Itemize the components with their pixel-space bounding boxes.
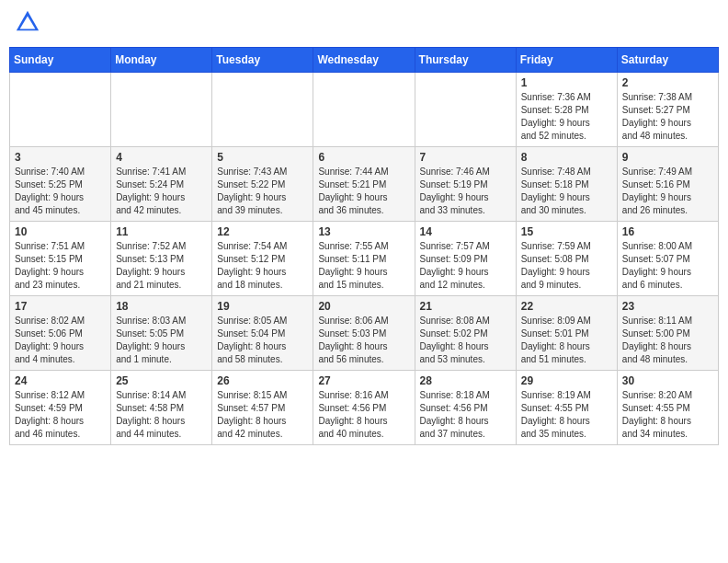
day-info: Sunrise: 8:00 AM Sunset: 5:07 PM Dayligh… xyxy=(622,240,713,292)
day-number: 29 xyxy=(521,374,612,387)
day-number: 6 xyxy=(318,151,409,164)
day-info: Sunrise: 7:54 AM Sunset: 5:12 PM Dayligh… xyxy=(217,240,308,292)
calendar-empty-cell xyxy=(415,72,516,146)
day-info: Sunrise: 7:48 AM Sunset: 5:18 PM Dayligh… xyxy=(521,166,612,217)
day-info: Sunrise: 8:16 AM Sunset: 4:56 PM Dayligh… xyxy=(318,389,409,441)
day-number: 5 xyxy=(217,151,308,164)
day-number: 10 xyxy=(15,225,106,238)
weekday-header-saturday: Saturday xyxy=(617,47,718,72)
calendar-day-7: 7Sunrise: 7:46 AM Sunset: 5:19 PM Daylig… xyxy=(415,146,516,221)
calendar-day-21: 21Sunrise: 8:08 AM Sunset: 5:02 PM Dayli… xyxy=(415,295,516,370)
calendar-week-2: 3Sunrise: 7:40 AM Sunset: 5:25 PM Daylig… xyxy=(10,146,719,221)
day-number: 9 xyxy=(622,151,713,164)
weekday-header-thursday: Thursday xyxy=(415,47,516,72)
calendar-day-5: 5Sunrise: 7:43 AM Sunset: 5:22 PM Daylig… xyxy=(212,146,313,221)
calendar-day-23: 23Sunrise: 8:11 AM Sunset: 5:00 PM Dayli… xyxy=(617,295,718,370)
calendar-day-1: 1Sunrise: 7:36 AM Sunset: 5:28 PM Daylig… xyxy=(516,72,617,146)
day-info: Sunrise: 7:57 AM Sunset: 5:09 PM Dayligh… xyxy=(420,240,511,292)
calendar-day-16: 16Sunrise: 8:00 AM Sunset: 5:07 PM Dayli… xyxy=(617,221,718,295)
calendar-week-4: 17Sunrise: 8:02 AM Sunset: 5:06 PM Dayli… xyxy=(10,295,719,370)
calendar-day-9: 9Sunrise: 7:49 AM Sunset: 5:16 PM Daylig… xyxy=(617,146,718,221)
day-info: Sunrise: 7:36 AM Sunset: 5:28 PM Dayligh… xyxy=(521,91,612,143)
calendar-empty-cell xyxy=(313,72,415,146)
day-number: 3 xyxy=(15,151,106,164)
day-number: 26 xyxy=(217,374,308,387)
day-number: 4 xyxy=(116,151,207,164)
day-number: 12 xyxy=(217,225,308,238)
day-number: 16 xyxy=(622,225,713,238)
day-info: Sunrise: 7:41 AM Sunset: 5:24 PM Dayligh… xyxy=(116,166,207,217)
calendar-day-26: 26Sunrise: 8:15 AM Sunset: 4:57 PM Dayli… xyxy=(212,370,313,444)
calendar-day-12: 12Sunrise: 7:54 AM Sunset: 5:12 PM Dayli… xyxy=(212,221,313,295)
day-info: Sunrise: 8:12 AM Sunset: 4:59 PM Dayligh… xyxy=(15,389,106,441)
calendar-day-24: 24Sunrise: 8:12 AM Sunset: 4:59 PM Dayli… xyxy=(10,370,111,444)
calendar-empty-cell xyxy=(212,72,313,146)
weekday-header-sunday: Sunday xyxy=(10,47,111,72)
calendar-table: SundayMondayTuesdayWednesdayThursdayFrid… xyxy=(9,47,719,445)
day-info: Sunrise: 8:14 AM Sunset: 4:58 PM Dayligh… xyxy=(116,389,207,441)
day-number: 21 xyxy=(420,300,511,313)
day-info: Sunrise: 7:52 AM Sunset: 5:13 PM Dayligh… xyxy=(116,240,207,292)
page-header xyxy=(9,9,719,40)
day-info: Sunrise: 7:40 AM Sunset: 5:25 PM Dayligh… xyxy=(15,166,106,217)
day-number: 1 xyxy=(521,76,612,89)
day-number: 19 xyxy=(217,300,308,313)
weekday-header-friday: Friday xyxy=(516,47,617,72)
day-info: Sunrise: 8:05 AM Sunset: 5:04 PM Dayligh… xyxy=(217,315,308,366)
day-number: 18 xyxy=(116,300,207,313)
calendar-day-17: 17Sunrise: 8:02 AM Sunset: 5:06 PM Dayli… xyxy=(10,295,111,370)
day-number: 30 xyxy=(622,374,713,387)
calendar-week-1: 1Sunrise: 7:36 AM Sunset: 5:28 PM Daylig… xyxy=(10,72,719,146)
day-info: Sunrise: 8:09 AM Sunset: 5:01 PM Dayligh… xyxy=(521,315,612,366)
calendar-body: 1Sunrise: 7:36 AM Sunset: 5:28 PM Daylig… xyxy=(10,72,719,444)
calendar-day-20: 20Sunrise: 8:06 AM Sunset: 5:03 PM Dayli… xyxy=(313,295,415,370)
calendar-day-25: 25Sunrise: 8:14 AM Sunset: 4:58 PM Dayli… xyxy=(111,370,212,444)
day-number: 25 xyxy=(116,374,207,387)
calendar-day-30: 30Sunrise: 8:20 AM Sunset: 4:55 PM Dayli… xyxy=(617,370,718,444)
logo-icon xyxy=(15,9,40,35)
calendar-day-19: 19Sunrise: 8:05 AM Sunset: 5:04 PM Dayli… xyxy=(212,295,313,370)
calendar-day-4: 4Sunrise: 7:41 AM Sunset: 5:24 PM Daylig… xyxy=(111,146,212,221)
calendar-day-8: 8Sunrise: 7:48 AM Sunset: 5:18 PM Daylig… xyxy=(516,146,617,221)
calendar-day-10: 10Sunrise: 7:51 AM Sunset: 5:15 PM Dayli… xyxy=(10,221,111,295)
day-info: Sunrise: 7:59 AM Sunset: 5:08 PM Dayligh… xyxy=(521,240,612,292)
day-number: 22 xyxy=(521,300,612,313)
day-info: Sunrise: 8:08 AM Sunset: 5:02 PM Dayligh… xyxy=(420,315,511,366)
calendar-empty-cell xyxy=(111,72,212,146)
day-number: 23 xyxy=(622,300,713,313)
day-number: 14 xyxy=(420,225,511,238)
calendar-day-28: 28Sunrise: 8:18 AM Sunset: 4:56 PM Dayli… xyxy=(415,370,516,444)
calendar-day-15: 15Sunrise: 7:59 AM Sunset: 5:08 PM Dayli… xyxy=(516,221,617,295)
day-info: Sunrise: 8:18 AM Sunset: 4:56 PM Dayligh… xyxy=(420,389,511,441)
day-info: Sunrise: 7:38 AM Sunset: 5:27 PM Dayligh… xyxy=(622,91,713,143)
day-number: 11 xyxy=(116,225,207,238)
day-info: Sunrise: 8:20 AM Sunset: 4:55 PM Dayligh… xyxy=(622,389,713,441)
calendar-week-5: 24Sunrise: 8:12 AM Sunset: 4:59 PM Dayli… xyxy=(10,370,719,444)
calendar-day-29: 29Sunrise: 8:19 AM Sunset: 4:55 PM Dayli… xyxy=(516,370,617,444)
calendar-day-2: 2Sunrise: 7:38 AM Sunset: 5:27 PM Daylig… xyxy=(617,72,718,146)
day-info: Sunrise: 8:02 AM Sunset: 5:06 PM Dayligh… xyxy=(15,315,106,366)
day-info: Sunrise: 8:19 AM Sunset: 4:55 PM Dayligh… xyxy=(521,389,612,441)
day-number: 27 xyxy=(318,374,409,387)
calendar-day-27: 27Sunrise: 8:16 AM Sunset: 4:56 PM Dayli… xyxy=(313,370,415,444)
day-info: Sunrise: 7:43 AM Sunset: 5:22 PM Dayligh… xyxy=(217,166,308,217)
weekday-header-monday: Monday xyxy=(111,47,212,72)
day-number: 13 xyxy=(318,225,409,238)
weekday-header-wednesday: Wednesday xyxy=(313,47,415,72)
day-info: Sunrise: 7:55 AM Sunset: 5:11 PM Dayligh… xyxy=(318,240,409,292)
day-number: 7 xyxy=(420,151,511,164)
calendar-day-18: 18Sunrise: 8:03 AM Sunset: 5:05 PM Dayli… xyxy=(111,295,212,370)
day-number: 24 xyxy=(15,374,106,387)
calendar-day-14: 14Sunrise: 7:57 AM Sunset: 5:09 PM Dayli… xyxy=(415,221,516,295)
day-info: Sunrise: 7:49 AM Sunset: 5:16 PM Dayligh… xyxy=(622,166,713,217)
day-number: 17 xyxy=(15,300,106,313)
day-info: Sunrise: 8:06 AM Sunset: 5:03 PM Dayligh… xyxy=(318,315,409,366)
calendar-day-3: 3Sunrise: 7:40 AM Sunset: 5:25 PM Daylig… xyxy=(10,146,111,221)
calendar-week-3: 10Sunrise: 7:51 AM Sunset: 5:15 PM Dayli… xyxy=(10,221,719,295)
logo xyxy=(13,9,40,40)
calendar-header-row: SundayMondayTuesdayWednesdayThursdayFrid… xyxy=(10,47,719,72)
day-number: 28 xyxy=(420,374,511,387)
day-info: Sunrise: 7:46 AM Sunset: 5:19 PM Dayligh… xyxy=(420,166,511,217)
calendar-empty-cell xyxy=(10,72,111,146)
day-info: Sunrise: 8:03 AM Sunset: 5:05 PM Dayligh… xyxy=(116,315,207,366)
